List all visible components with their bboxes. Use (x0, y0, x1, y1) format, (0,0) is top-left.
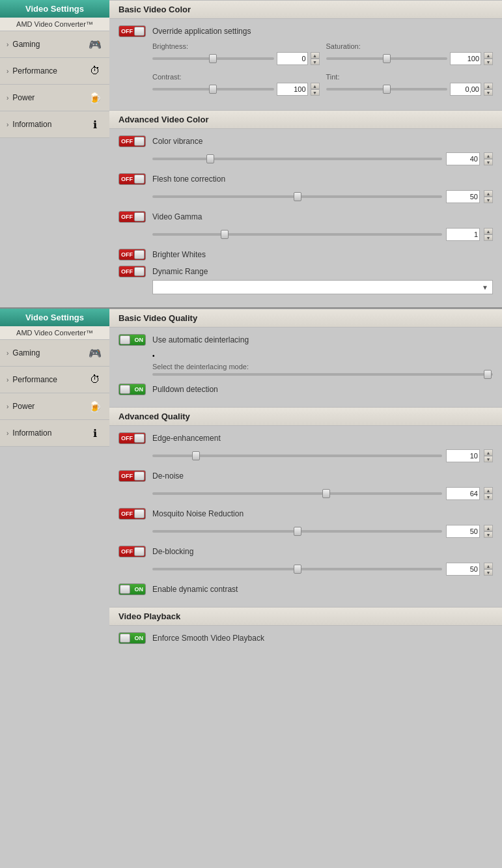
contrast-down[interactable]: ▼ (311, 89, 320, 96)
brightness-thumb[interactable] (209, 54, 217, 63)
tint-up[interactable]: ▲ (484, 83, 493, 89)
de-blocking-toggle[interactable]: OFF (119, 546, 146, 557)
edge-enhancement-toggle[interactable]: OFF (119, 432, 146, 444)
edge-enhancement-row: OFF Edge-enhancement (119, 432, 493, 444)
override-app-label: Override application settings (152, 27, 251, 36)
mosquito-noise-up[interactable]: ▲ (484, 525, 493, 531)
brightness-down[interactable]: ▼ (311, 59, 320, 65)
de-blocking-thumb[interactable] (294, 565, 301, 574)
tint-down[interactable]: ▼ (484, 89, 493, 96)
saturation-track[interactable] (326, 57, 448, 60)
pulldown-toggle[interactable]: ON (119, 384, 146, 395)
saturation-input[interactable]: 100 (450, 52, 481, 65)
sidebar-item-gaming-2[interactable]: › Gaming 🎮 (0, 340, 109, 367)
edge-enhancement-down[interactable]: ▼ (484, 456, 493, 462)
edge-enhancement-thumb[interactable] (192, 451, 200, 460)
de-blocking-down[interactable]: ▼ (484, 569, 493, 576)
brighter-whites-toggle[interactable]: OFF (119, 249, 146, 260)
sidebar-item-power-1[interactable]: › Power 🍺 (0, 85, 109, 111)
mosquito-noise-down[interactable]: ▼ (484, 531, 493, 538)
de-blocking-spinner: ▲ ▼ (484, 563, 493, 576)
deint-thumb[interactable] (484, 370, 492, 379)
brightness-up[interactable]: ▲ (311, 52, 320, 59)
deint-dot: • (119, 351, 493, 360)
color-vibrance-input[interactable]: 40 (446, 152, 480, 165)
brightness-input[interactable]: 0 (277, 52, 308, 65)
section-advanced-quality-body: OFF Edge-enhancement 10 ▲ ▼ (109, 426, 502, 607)
edge-enhancement-slider-row: 10 ▲ ▼ (119, 449, 493, 462)
de-noise-thumb[interactable] (322, 489, 330, 498)
override-app-toggle[interactable]: OFF (119, 25, 146, 37)
mosquito-noise-toggle[interactable]: OFF (119, 508, 146, 520)
sidebar-item-performance-2[interactable]: › Performance ⏱ (0, 367, 109, 393)
video-gamma-down[interactable]: ▼ (484, 234, 493, 241)
de-blocking-up[interactable]: ▲ (484, 563, 493, 569)
sidebar-item-information-2[interactable]: › Information ℹ (0, 420, 109, 447)
toggle-knob (134, 175, 145, 184)
de-noise-track[interactable] (152, 492, 442, 495)
de-blocking-track[interactable] (152, 568, 442, 570)
toggle-off-label: OFF (121, 214, 133, 220)
de-noise-down[interactable]: ▼ (484, 494, 493, 500)
video-gamma-up[interactable]: ▲ (484, 228, 493, 234)
flesh-tone-track[interactable] (152, 195, 442, 198)
de-noise-input[interactable]: 64 (446, 487, 480, 500)
tint-track[interactable] (326, 88, 448, 91)
deint-track[interactable] (152, 373, 493, 376)
sidebar-label: Gaming (12, 40, 83, 49)
color-vibrance-toggle[interactable]: OFF (119, 135, 146, 147)
toggle-knob (120, 335, 130, 344)
tint-thumb[interactable] (383, 85, 391, 94)
de-noise-up[interactable]: ▲ (484, 487, 493, 494)
dynamic-range-dropdown[interactable]: ▼ (152, 280, 493, 294)
toggle-on-label: ON (135, 635, 144, 641)
smooth-playback-label: Enforce Smooth Video Playback (152, 634, 264, 643)
color-vibrance-thumb[interactable] (206, 154, 214, 163)
sidebar-item-performance-1[interactable]: › Performance ⏱ (0, 58, 109, 85)
mosquito-noise-thumb[interactable] (294, 527, 301, 536)
contrast-input[interactable]: 100 (277, 83, 308, 96)
arrow-icon: › (7, 68, 8, 75)
sidebar-item-gaming-1[interactable]: › Gaming 🎮 (0, 31, 109, 58)
edge-enhancement-up[interactable]: ▲ (484, 449, 493, 456)
smooth-playback-toggle[interactable]: ON (119, 632, 146, 644)
saturation-down[interactable]: ▼ (484, 59, 493, 65)
video-gamma-track[interactable] (152, 233, 442, 236)
toggle-knob (134, 212, 145, 221)
saturation-label: Saturation: (326, 42, 494, 50)
video-gamma-thumb[interactable] (221, 230, 229, 239)
tint-input[interactable]: 0,00 (450, 83, 481, 96)
flesh-tone-down[interactable]: ▼ (484, 197, 493, 203)
gaming-icon: 🎮 (87, 345, 103, 361)
mosquito-noise-track[interactable] (152, 530, 442, 533)
de-noise-toggle[interactable]: OFF (119, 470, 146, 482)
video-gamma-input[interactable]: 1 (446, 228, 480, 241)
edge-enhancement-input[interactable]: 10 (446, 449, 480, 462)
contrast-thumb[interactable] (209, 85, 217, 94)
flesh-tone-thumb[interactable] (294, 192, 301, 201)
flesh-tone-toggle[interactable]: OFF (119, 173, 146, 185)
sidebar-panel1: Video Settings AMD Video Converter™ › Ga… (0, 0, 109, 307)
color-vibrance-track[interactable] (152, 158, 442, 160)
color-vibrance-up[interactable]: ▲ (484, 152, 493, 159)
pulldown-label: Pulldown detection (152, 385, 218, 394)
de-blocking-input[interactable]: 50 (446, 563, 480, 576)
sidebar-item-power-2[interactable]: › Power 🍺 (0, 393, 109, 420)
dynamic-range-toggle[interactable]: OFF (119, 266, 146, 277)
brightness-col: Brightness: 0 ▲ ▼ (152, 42, 320, 65)
saturation-up[interactable]: ▲ (484, 52, 493, 59)
auto-deinterlace-toggle[interactable]: ON (119, 334, 146, 346)
video-gamma-toggle[interactable]: OFF (119, 211, 146, 223)
tint-col: Tint: 0,00 ▲ ▼ (326, 73, 494, 96)
saturation-thumb[interactable] (383, 54, 391, 63)
flesh-tone-input[interactable]: 50 (446, 190, 480, 203)
color-vibrance-down[interactable]: ▼ (484, 159, 493, 165)
edge-enhancement-track[interactable] (152, 455, 442, 457)
contrast-up[interactable]: ▲ (311, 83, 320, 89)
sidebar-item-information-1[interactable]: › Information ℹ (0, 111, 109, 138)
mosquito-noise-input[interactable]: 50 (446, 525, 480, 538)
contrast-track[interactable] (152, 88, 274, 91)
flesh-tone-up[interactable]: ▲ (484, 190, 493, 197)
dynamic-contrast-toggle[interactable]: ON (119, 583, 146, 595)
brightness-track[interactable] (152, 57, 274, 60)
